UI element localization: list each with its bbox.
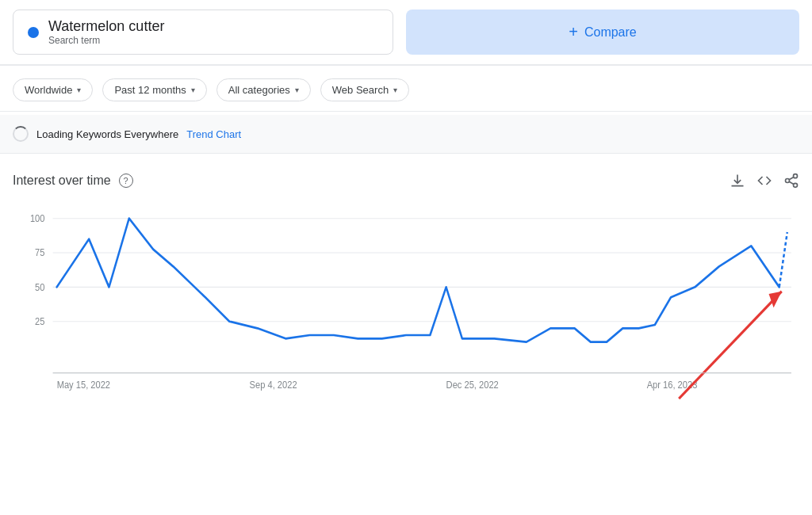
chart-title: Interest over time (13, 174, 111, 188)
compare-plus-icon: + (569, 23, 578, 41)
search-term-name: Watermelon cutter (48, 18, 164, 35)
top-bar: Watermelon cutter Search term + Compare (0, 0, 812, 65)
share-button[interactable] (783, 173, 799, 189)
download-icon (730, 173, 745, 189)
filter-past12months-label: Past 12 months (114, 84, 186, 96)
compare-box[interactable]: + Compare (406, 10, 799, 55)
svg-text:100: 100 (30, 214, 45, 223)
interest-chart: 100 75 50 25 May 15, 2022 Sep 4, 2022 De… (13, 201, 799, 407)
chevron-down-icon: ▾ (295, 86, 299, 94)
chart-container: 100 75 50 25 May 15, 2022 Sep 4, 2022 De… (13, 201, 799, 407)
search-term-box: Watermelon cutter Search term (13, 10, 393, 55)
filter-worldwide-label: Worldwide (25, 84, 72, 96)
red-arrow-head (769, 292, 782, 308)
search-term-text: Watermelon cutter Search term (48, 18, 164, 46)
loading-spinner-icon (13, 126, 29, 142)
share-icon (783, 173, 799, 189)
svg-line-3 (789, 181, 794, 184)
separator-2 (0, 111, 812, 112)
svg-text:May 15, 2022: May 15, 2022 (57, 380, 110, 390)
trend-line (57, 219, 779, 342)
chevron-down-icon: ▾ (77, 86, 81, 94)
svg-point-0 (794, 174, 798, 178)
red-arrow-line (679, 292, 782, 399)
embed-button[interactable] (756, 173, 772, 189)
chevron-down-icon: ▾ (191, 86, 195, 94)
svg-text:75: 75 (35, 248, 44, 258)
filter-allcategories-label: All categories (228, 84, 290, 96)
loading-bar: Loading Keywords Everywhere Trend Chart (0, 115, 812, 153)
loading-prefix: Loading Keywords Everywhere (36, 128, 178, 140)
projected-line (779, 232, 787, 287)
filter-allcategories[interactable]: All categories ▾ (216, 78, 311, 101)
svg-text:50: 50 (35, 282, 44, 292)
filter-bar: Worldwide ▾ Past 12 months ▾ All categor… (0, 69, 812, 111)
chart-title-area: Interest over time ? (13, 174, 133, 188)
code-icon (756, 173, 772, 189)
loading-highlight: Trend Chart (186, 128, 241, 140)
chevron-down-icon: ▾ (393, 86, 397, 94)
separator-1 (0, 65, 812, 66)
chart-section: Interest over time ? (0, 157, 812, 415)
svg-point-1 (786, 179, 790, 183)
help-icon[interactable]: ? (119, 174, 133, 188)
chart-actions (730, 173, 799, 189)
filter-past12months[interactable]: Past 12 months ▾ (102, 78, 206, 101)
svg-point-2 (794, 183, 798, 187)
filter-websearch[interactable]: Web Search ▾ (320, 78, 409, 101)
chart-header: Interest over time ? (13, 173, 799, 189)
filter-websearch-label: Web Search (332, 84, 389, 96)
filter-worldwide[interactable]: Worldwide ▾ (13, 78, 93, 101)
search-term-type: Search term (48, 35, 164, 46)
download-button[interactable] (730, 173, 745, 189)
blue-dot-indicator (28, 27, 39, 38)
svg-line-4 (789, 177, 794, 179)
svg-text:25: 25 (35, 317, 44, 326)
svg-text:Sep 4, 2022: Sep 4, 2022 (250, 380, 297, 390)
compare-label: Compare (584, 25, 637, 40)
svg-text:Dec 25, 2022: Dec 25, 2022 (446, 380, 499, 390)
separator-3 (0, 153, 812, 154)
